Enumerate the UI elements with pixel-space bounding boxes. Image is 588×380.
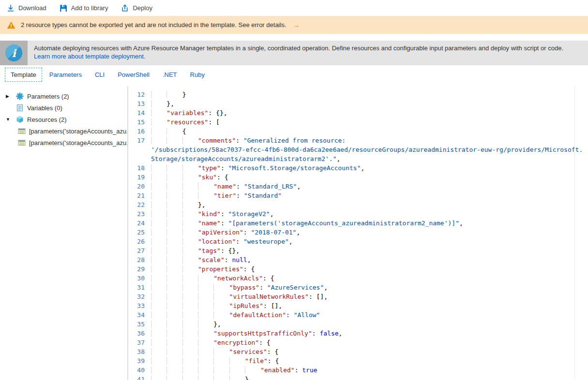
code-token: }, [213,321,221,328]
template-code-editor[interactable]: 12 }13 },14 "variables": {},15 "resource… [127,86,588,380]
line-number: 39 [128,356,151,365]
tree-item-parameters-storageaccounts-azu[interactable]: [parameters('storageAccounts_azu... [0,137,127,148]
code-token: "services" [229,348,267,355]
code-token: "scale" [198,256,225,263]
chevron-right-icon[interactable]: ▶ [6,94,16,99]
line-number: 22 [128,200,151,209]
tab-powershell[interactable]: PowerShell [112,68,155,82]
code-line-23: 23 "kind": "StorageV2", [128,209,588,219]
code-line-41: 41 } [128,375,588,380]
code-token: : [286,311,294,319]
learn-more-link[interactable]: Learn more about template deployment. [34,53,146,60]
chevron-down-icon[interactable]: ▼ [6,117,16,122]
code-token: true [302,366,317,374]
tree-item-variables-0[interactable]: Variables (0) [0,102,127,114]
storage-icon [18,139,26,146]
indent-guide [198,357,213,365]
tree-item-parameters-2[interactable]: ▶Parameters (2) [0,90,127,102]
code-token: "properties" [198,265,243,273]
indent-guide [166,357,182,365]
indent-guide [166,376,182,380]
code-token: '/subscriptions/58ac7037-efcc-4fb6-800d-… [151,146,583,153]
code-token: , [270,210,274,218]
deploy-icon [121,4,129,12]
code-token: : { [259,339,270,346]
tab-cli[interactable]: CLI [89,68,110,82]
code-token: "Standard_LRS" [244,183,297,190]
code-line-14: 14 "variables": {}, [128,108,588,117]
tree-item-parameters-storageaccounts-azu[interactable]: [parameters('storageAccounts_azu... [0,125,127,137]
indent-guide [166,238,182,245]
indent-guide [166,302,182,309]
tab-ruby[interactable]: Ruby [184,68,211,82]
code-line-content: "ipRules": [], [151,301,588,310]
deploy-button[interactable]: Deploy [121,4,152,12]
code-token: , [339,330,343,337]
code-token: , [337,155,341,162]
indent-guide [198,293,213,300]
indent-guide [151,238,166,245]
indent-guide [166,164,182,172]
code-line-40: 40 "enabled": true [128,365,588,375]
indent-guide [166,321,182,328]
code-line-wrap: Storage/storageAccounts/azureadministrat… [128,154,588,163]
code-line-17: 17 "comments": "Generalized from resourc… [128,136,588,145]
code-line-29: 29 "properties": { [128,264,588,274]
see-error-details-arrow-icon[interactable]: → [293,21,300,29]
indent-guide [166,219,182,227]
indent-guide [151,174,166,181]
info-banner: i Automate deploying resources with Azur… [0,41,588,65]
code-token: : [243,229,251,236]
code-token: : [259,284,267,291]
indent-guide [166,366,182,374]
code-line-27: 27 "tags": {}, [128,246,588,255]
code-token: , [361,164,365,172]
code-line-24: 24 "name": "[parameters('storageAccounts… [128,219,588,228]
tab-parameters[interactable]: Parameters [44,68,88,82]
code-line-content: "enabled": true [151,365,588,375]
code-line-content: "sku": { [151,173,588,182]
code-token: : {}, [221,247,240,254]
code-line-34: 34 "defaultAction": "Allow" [128,310,588,320]
code-line-content: "properties": { [151,264,588,274]
line-number: 25 [128,228,151,237]
code-line-19: 19 "sku": { [128,173,588,182]
code-token: "variables" [166,109,208,117]
code-token: "comments" [198,137,236,144]
code-line-content: "services": { [151,347,588,356]
code-token: }, [166,100,174,107]
indent-guide [166,265,182,273]
tab-net[interactable]: .NET [157,68,183,82]
code-token: : [236,192,244,199]
storage-icon [18,127,26,135]
add-to-library-button[interactable]: Add to library [60,4,108,12]
code-token: "Allow" [294,311,320,319]
indent-guide [166,330,182,337]
line-number: 19 [128,173,151,182]
code-token: Storage/storageAccounts/azureadministrat… [151,155,337,162]
indent-guide [151,275,166,282]
line-number: 27 [128,246,151,255]
line-number: 32 [128,292,151,301]
tree-item-resources-2[interactable]: ▼Resources (2) [0,114,127,125]
line-number [128,145,151,154]
code-line-30: 30 "networkAcls": { [128,274,588,283]
indent-guide [151,109,166,117]
indent-guide [229,366,245,374]
code-token: : { [263,275,274,282]
code-line-content: "apiVersion": "2018-07-01", [151,228,588,237]
code-line-content: "bypass": "AzureServices", [151,283,588,292]
code-token: "location" [198,238,236,245]
line-number: 29 [128,264,151,274]
download-button[interactable]: Download [7,4,46,12]
line-number: 34 [128,310,151,320]
code-token: : [236,137,243,144]
line-number: 35 [128,320,151,329]
code-line-content: "name": "[parameters('storageAccounts_az… [151,219,588,228]
indent-guide [151,339,166,346]
line-number: 38 [128,347,151,356]
tab-template[interactable]: Template [5,68,42,82]
code-line-content: "name": "Standard_LRS", [151,182,588,191]
code-line-content: } [151,375,588,380]
indent-guide [198,321,213,328]
